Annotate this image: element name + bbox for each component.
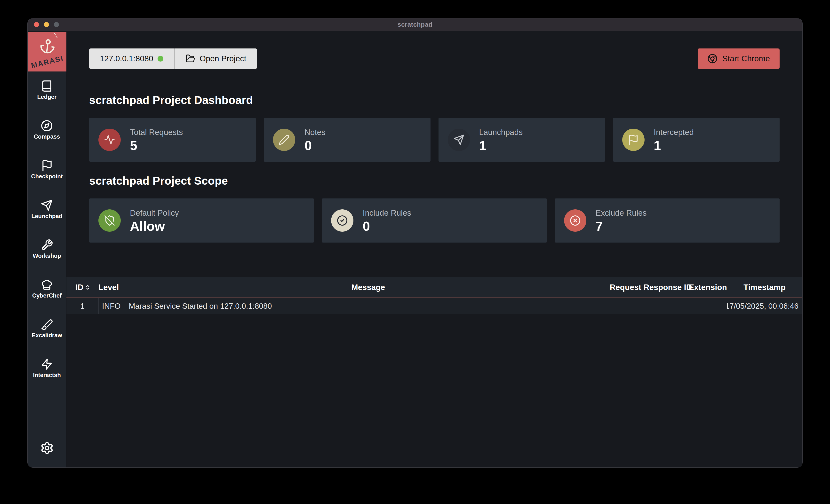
main-content: 127.0.0.1:8080 Open Project Start Chrome… [66,32,802,467]
stat-icon-circle [98,209,121,232]
lightning-icon [41,358,53,370]
stat-label: Total Requests [130,128,183,137]
cell-id: 1 [66,298,98,314]
settings-button[interactable] [40,441,54,456]
sidebar-item-label: Workshop [33,253,61,259]
sidebar-nav: Ledger Compass Checkpoint Launchpad Work… [31,80,63,378]
stat-value: 1 [654,139,694,152]
zoom-button[interactable] [54,22,59,27]
proxy-address[interactable]: 127.0.0.1:8080 [89,48,174,69]
start-chrome-label: Start Chrome [722,54,770,63]
anchor-icon [38,34,57,58]
stat-card-launchpads: Launchpads 1 [439,118,605,162]
stat-value: 5 [130,139,183,152]
column-header-extension: Extension [689,277,727,298]
sort-icon [85,284,91,290]
gear-icon [40,441,54,455]
flag-icon [41,160,53,172]
circle-check-icon [337,215,348,226]
stat-card-intercepted: Intercepted 1 [613,118,779,162]
stat-card-total-requests: Total Requests 5 [89,118,256,162]
proxy-address-text: 127.0.0.1:8080 [100,54,153,63]
scope-title: scratchpad Project Scope [89,174,779,187]
sidebar-item-label: Excalidraw [32,332,62,339]
chrome-icon [707,54,717,64]
cell-level: INFO [98,298,124,314]
column-header-timestamp: Timestamp [727,277,802,298]
titlebar: scratchpad [28,19,802,31]
start-chrome-button[interactable]: Start Chrome [698,48,779,69]
close-button[interactable] [34,22,39,27]
paintbrush-icon [41,318,53,331]
stat-label: Notes [305,128,325,137]
app-window: scratchpad MARASI Ledger Compass Checkpo… [27,18,803,468]
stat-card-include-rules: Include Rules 0 [322,198,547,242]
paper-plane-icon [453,134,465,145]
cell-request-response-id [613,298,689,314]
book-icon [41,80,53,92]
sidebar-item-checkpoint[interactable]: Checkpoint [31,160,63,180]
paper-plane-icon [41,199,53,211]
activity-icon [104,134,115,145]
open-project-button[interactable]: Open Project [175,48,257,69]
stat-icon-circle [331,209,353,232]
sidebar-item-label: Launchpad [31,213,62,220]
stat-label: Include Rules [363,208,411,217]
cell-timestamp: 17/05/2025, 00:06:46 [727,298,802,314]
sidebar-item-label: CyberChef [32,292,62,299]
log-table: ID Level Message Request Response ID Ext… [66,277,802,314]
stat-card-default-policy: Default Policy Allow [89,198,314,242]
stat-label: Default Policy [130,208,179,217]
column-header-message: Message [124,277,613,298]
proxy-address-control: 127.0.0.1:8080 Open Project [89,48,257,69]
stat-icon-circle [622,129,644,151]
stat-label: Launchpads [479,128,523,137]
log-table-header: ID Level Message Request Response ID Ext… [66,277,802,298]
stat-value: 0 [363,220,411,233]
cell-extension [689,298,727,314]
minimize-button[interactable] [44,22,49,27]
topbar: 127.0.0.1:8080 Open Project Start Chrome [89,48,779,69]
stat-label: Exclude Rules [596,208,647,217]
sidebar: MARASI Ledger Compass Checkpoint Launchp… [28,32,66,467]
stat-card-exclude-rules: Exclude Rules 7 [555,198,779,242]
stat-card-notes: Notes 0 [264,118,430,162]
flag-icon [628,134,639,145]
chef-hat-icon [41,279,53,291]
table-row[interactable]: 1 INFO Marasi Service Started on 127.0.0… [66,298,802,314]
cell-message: Marasi Service Started on 127.0.0.1:8080 [124,298,613,314]
pencil-icon [279,134,290,145]
stat-icon-circle [273,129,295,151]
column-header-request-response-id: Request Response ID [613,277,689,298]
stat-icon-circle [448,129,470,151]
stat-value: 1 [479,139,523,152]
circle-x-icon [570,215,581,226]
column-header-id[interactable]: ID [66,277,98,298]
open-project-label: Open Project [199,54,246,63]
dashboard-stats: Total Requests 5 Notes 0 [89,118,779,162]
column-header-level: Level [98,277,124,298]
stat-icon-circle [564,209,586,232]
compass-icon [41,120,53,132]
stat-label: Intercepted [654,128,694,137]
sidebar-item-workshop[interactable]: Workshop [33,239,61,259]
scope-stats: Default Policy Allow Include Rules 0 [89,198,779,242]
shield-off-icon [104,215,115,226]
stat-value: Allow [130,220,179,233]
marasi-logo: MARASI [28,32,66,71]
status-dot [158,56,163,62]
sidebar-item-cyberchef[interactable]: CyberChef [32,279,62,299]
stat-value: 0 [305,139,325,152]
sidebar-item-compass[interactable]: Compass [34,120,60,140]
folder-open-icon [186,54,195,64]
sidebar-item-ledger[interactable]: Ledger [37,80,57,100]
sidebar-item-label: Interactsh [33,372,61,378]
stat-icon-circle [98,129,121,151]
sidebar-item-launchpad[interactable]: Launchpad [31,199,62,220]
sidebar-item-label: Compass [34,133,60,140]
stat-value: 7 [596,220,647,233]
sidebar-item-interactsh[interactable]: Interactsh [33,358,61,378]
window-title: scratchpad [397,21,433,28]
wrench-icon [41,239,53,251]
sidebar-item-excalidraw[interactable]: Excalidraw [32,318,62,339]
